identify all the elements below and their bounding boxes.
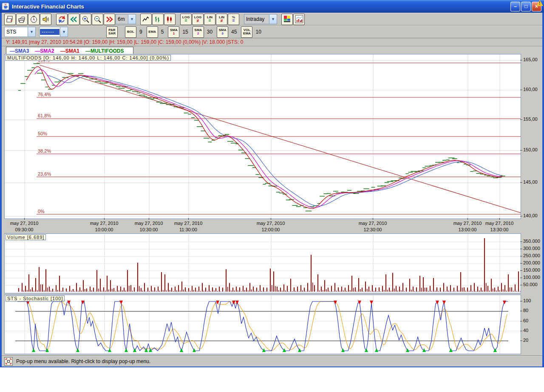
line-chart-icon	[142, 15, 150, 23]
log-notequal-button[interactable]: LOG≠	[192, 14, 204, 25]
sell-signal-icon	[436, 301, 439, 304]
interval-select[interactable]: Intraday▼	[244, 14, 277, 24]
svg-text:23,6%: 23,6%	[38, 171, 51, 176]
zoom-out-button[interactable]	[92, 14, 103, 25]
sma1-button-label: SMA1	[170, 28, 178, 35]
print-button[interactable]	[16, 14, 28, 25]
palette-button[interactable]	[281, 14, 293, 25]
axis-tick-label: 100	[523, 298, 531, 303]
sma3-button-period-value: 45	[231, 29, 237, 35]
percent-equal-button[interactable]: %=	[228, 14, 239, 25]
bollinger-button[interactable]: BOL	[125, 26, 136, 38]
minimize-button[interactable]: –	[510, 2, 520, 11]
main-toolbar: 6m▼LOG=LOG≠LIN=LIN≠%=Intraday▼	[2, 13, 542, 26]
period-select[interactable]: 6m▼	[116, 14, 136, 24]
chevron-down-icon: ▼	[60, 27, 68, 37]
axis-tick-label: 40	[523, 328, 528, 333]
buy-signal-icon	[32, 348, 35, 352]
line-chart-button[interactable]	[140, 14, 152, 25]
line-style-select[interactable]: ------▼	[39, 27, 68, 37]
buy-signal-icon	[76, 348, 79, 352]
clock-button[interactable]	[28, 14, 40, 25]
quote-status-line: Y: 149,91 |may 27, 2010 10:54:28 |O: 159…	[2, 38, 542, 46]
volema-button[interactable]: VOLEMA	[241, 26, 252, 38]
period-select-value: 6m	[116, 16, 127, 22]
status-bar: Pop-up menu available. Right-click to di…	[2, 355, 542, 366]
log-equal-button-label: LOG=	[182, 16, 190, 23]
maximize-button[interactable]: □	[521, 2, 531, 11]
axis-tick-label: 80	[523, 308, 528, 313]
bar-chart-button[interactable]	[152, 14, 164, 25]
sma2-button[interactable]: SMA2	[193, 26, 204, 38]
lin-notequal-button[interactable]: LIN≠	[216, 14, 227, 25]
axis-tick-label: 140,00	[523, 213, 538, 218]
axis-tick-label: 155,00	[523, 116, 538, 122]
buy-signal-icon	[341, 348, 345, 352]
axis-tick	[520, 301, 522, 301]
date-label: may 27, 201013:30:00	[485, 220, 514, 233]
sma1-button[interactable]: SMA1	[168, 26, 179, 38]
windows-icon	[6, 15, 14, 23]
speaker-button[interactable]	[40, 14, 51, 25]
interval-select-value: Intraday	[244, 16, 266, 22]
toolbar-separator	[277, 14, 281, 25]
window-title: Interactive Financial Charts	[12, 3, 84, 10]
ema-button-period-value: 5	[161, 29, 164, 35]
candle-chart-button[interactable]	[164, 14, 176, 25]
stochastic-panel[interactable]: STS - Stochastic [100]	[4, 295, 521, 354]
parsar-button-label: PARSAR	[108, 28, 116, 35]
date-tick	[188, 218, 189, 220]
sma3-button[interactable]: SMA3	[217, 26, 228, 38]
date-tick	[468, 218, 468, 220]
fast-back-button[interactable]	[68, 14, 79, 25]
axis-tick-label: 200.000	[523, 260, 540, 265]
axis-tick	[520, 278, 522, 278]
buy-signal-icon	[108, 348, 111, 352]
zoom-in-button[interactable]	[80, 14, 91, 25]
indicator-select[interactable]: STS▼	[4, 27, 36, 37]
date-tick	[271, 218, 271, 220]
lin-equal-button[interactable]: LIN=	[204, 14, 215, 25]
axis-tick	[520, 182, 522, 183]
ema-button[interactable]: EMA	[147, 26, 158, 38]
window-border-left	[0, 13, 2, 367]
ema-button-label: EMA	[148, 30, 156, 34]
palette-icon	[283, 15, 292, 23]
sell-signal-icon	[67, 301, 71, 304]
date-label: may 27, 201010:30:00	[135, 220, 163, 233]
svg-text:61,8%: 61,8%	[38, 113, 51, 118]
axis-tick-label: 60	[523, 318, 528, 323]
chart-settings-button[interactable]	[293, 14, 305, 25]
parsar-button[interactable]: PARSAR	[106, 26, 118, 38]
stochastic-panel-label: STS - Stochastic [100]	[6, 295, 65, 301]
date-tick	[149, 218, 149, 220]
toolbar-separator	[176, 14, 180, 25]
zoom-out-icon	[94, 15, 102, 23]
volume-panel-label: Volume [6.689]	[6, 234, 46, 240]
popup-menu-icon	[4, 357, 13, 366]
refresh-button[interactable]	[56, 14, 68, 25]
volume-panel[interactable]: Volume [6.689]	[4, 233, 521, 293]
svg-text:0%: 0%	[38, 209, 45, 214]
windows-button[interactable]	[4, 14, 16, 25]
legend-item-multifoods: —MULTIFOODS	[85, 48, 124, 54]
axis-tick	[520, 119, 522, 120]
date-label: may 27, 201013:00:00	[453, 220, 482, 233]
date-tick	[499, 218, 500, 220]
date-label: may 27, 201012:30:00	[359, 220, 387, 233]
toolbar-separator	[52, 14, 56, 25]
axis-tick	[520, 341, 522, 341]
chevron-down-icon: ▼	[28, 27, 35, 37]
bollinger-button-period-value: 9	[139, 29, 142, 35]
legend-item-sma2: —SMA2	[35, 48, 54, 54]
date-label: may 27, 201011:30:00	[174, 220, 203, 233]
axis-tick-label: 160,00	[523, 87, 538, 92]
sell-signal-icon	[235, 301, 239, 304]
price-chart-panel[interactable]: 100%76,4%61,8%50%38,2%23,6%0%MULTIFOODS …	[4, 54, 521, 219]
axis-tick	[520, 285, 522, 285]
axis-tick	[520, 263, 522, 264]
sma3-button-label: SMA3	[219, 28, 227, 35]
fast-forward-button[interactable]	[104, 14, 115, 25]
chevron-down-icon: ▼	[269, 14, 277, 24]
log-equal-button[interactable]: LOG=	[180, 14, 192, 25]
